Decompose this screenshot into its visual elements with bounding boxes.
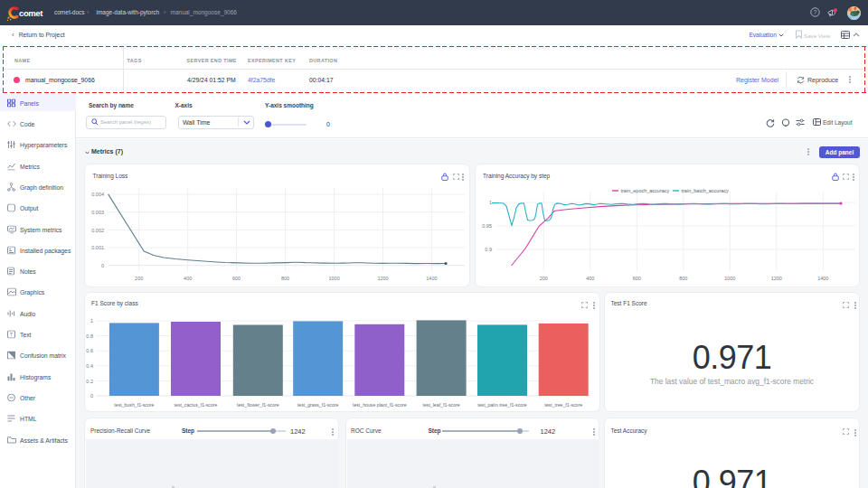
svg-text:1200: 1200 <box>770 276 781 281</box>
svg-text:800: 800 <box>281 276 289 281</box>
svg-text:T: T <box>10 332 14 337</box>
svg-text:test_flower_f1-score: test_flower_f1-score <box>237 402 279 408</box>
svg-text:0.001: 0.001 <box>91 245 104 250</box>
svg-text:test_bush_f1-score: test_bush_f1-score <box>114 402 154 408</box>
svg-text:200: 200 <box>135 276 143 281</box>
svg-text:test_tree_f1-score: test_tree_f1-score <box>544 402 582 408</box>
svg-text:test_palm tree_f1-score: test_palm tree_f1-score <box>477 402 527 408</box>
svg-text:0.8: 0.8 <box>86 333 93 339</box>
svg-text:0.003: 0.003 <box>91 210 104 215</box>
svg-text:0.4: 0.4 <box>86 363 93 369</box>
svg-text:1000: 1000 <box>328 276 339 281</box>
svg-text:test_house plant_f1-score: test_house plant_f1-score <box>353 402 407 408</box>
svg-text:1400: 1400 <box>426 276 437 281</box>
svg-text:1000: 1000 <box>724 276 735 281</box>
svg-text:test_cactus_f1-score: test_cactus_f1-score <box>175 402 218 408</box>
svg-text:400: 400 <box>184 276 192 281</box>
svg-text:0.002: 0.002 <box>91 228 104 233</box>
svg-text:600: 600 <box>232 276 241 281</box>
svg-text:0.9: 0.9 <box>485 247 492 252</box>
svg-text:0.95: 0.95 <box>482 223 492 229</box>
svg-text:?: ? <box>814 9 817 15</box>
svg-text:test_leaf_f1-score: test_leaf_f1-score <box>422 402 459 408</box>
svg-text:600: 600 <box>632 276 640 281</box>
svg-text:0: 0 <box>101 263 104 268</box>
svg-text:0.6: 0.6 <box>86 348 93 353</box>
svg-text:0.2: 0.2 <box>86 379 93 384</box>
svg-text:test_grass_f1-score: test_grass_f1-score <box>297 402 339 408</box>
svg-text:1: 1 <box>488 200 491 205</box>
svg-text:1: 1 <box>90 318 93 324</box>
svg-text:800: 800 <box>679 276 687 281</box>
svg-text:400: 400 <box>586 276 594 281</box>
svg-text:1400: 1400 <box>817 276 828 281</box>
svg-text:0: 0 <box>90 393 93 399</box>
svg-text:200: 200 <box>539 276 547 281</box>
svg-text:0.004: 0.004 <box>91 192 104 197</box>
svg-text:train_epoch_accuracy: train_epoch_accuracy <box>620 188 669 193</box>
svg-text:1200: 1200 <box>377 276 388 281</box>
svg-text:train_batch_accuracy: train_batch_accuracy <box>681 188 729 193</box>
